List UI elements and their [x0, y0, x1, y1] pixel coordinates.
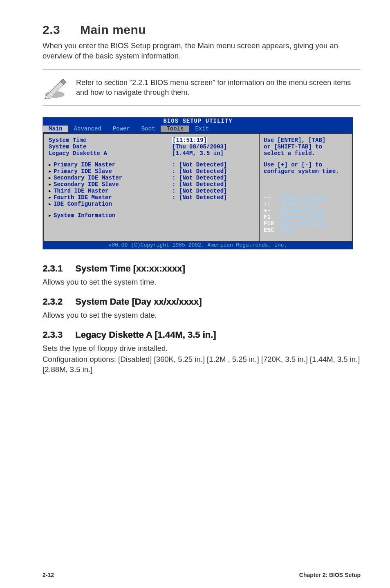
note-pencil-icon: [43, 76, 69, 99]
bios-left-pane: System Time [11:51:19] System Date [Thu …: [43, 133, 259, 242]
bios-label: System Date: [49, 144, 172, 150]
bios-field-primary-ide-slave[interactable]: ▶ Primary IDE Slave : [Not Detected]: [49, 168, 254, 175]
submenu-arrow-icon: ▶: [49, 169, 51, 174]
sub-title: System Date [Day xx/xx/xxxx]: [75, 296, 202, 307]
bios-tab-main[interactable]: Main: [43, 126, 68, 132]
bios-label: IDE Configuration: [54, 201, 254, 207]
key-row: F10Save and Exit: [264, 220, 348, 227]
bios-value: : [Not Detected]: [172, 188, 254, 194]
key-desc: Select Screen: [281, 194, 325, 201]
sub-title: System Time [xx:xx:xxxx]: [75, 263, 185, 274]
sub-text-line1: Sets the type of floppy drive installed.: [43, 343, 361, 354]
bios-field-system-information[interactable]: ▶ System Information: [49, 212, 254, 219]
key: ↑↓: [264, 201, 281, 207]
bios-value: : [Not Detected]: [172, 194, 254, 201]
key-row: ESCExit: [264, 227, 348, 233]
bios-value: [11:51:19]: [172, 137, 207, 144]
bios-field-legacy-a[interactable]: Legacy Diskette A [1.44M, 3.5 in]: [49, 150, 254, 157]
submenu-arrow-icon: ▶: [49, 182, 51, 187]
page: 2.3Main menu When you enter the BIOS Set…: [0, 0, 390, 588]
submenu-arrow-icon: ▶: [49, 195, 51, 200]
key-row: +-Change Option: [264, 207, 348, 214]
page-footer: 2-12 Chapter 2: BIOS Setup: [43, 569, 361, 578]
section-title: Main menu: [80, 23, 146, 36]
submenu-arrow-icon: ▶: [49, 162, 51, 167]
bios-help-pane: Use [ENTER], [TAB] or [SHIFT-TAB] to sel…: [259, 133, 353, 242]
bios-field-secondary-ide-master[interactable]: ▶ Secondary IDE Master : [Not Detected]: [49, 175, 254, 181]
submenu-arrow-icon: ▶: [49, 175, 51, 180]
bios-tab-exit[interactable]: Exit: [189, 126, 215, 132]
key-desc: Select Item: [281, 201, 318, 207]
bios-field-ide-configuration[interactable]: ▶ IDE Configuration: [49, 201, 254, 207]
help-line: Use [ENTER], [TAB]: [264, 137, 348, 144]
sub-number: 2.3.3: [43, 330, 75, 340]
bios-label: System Information: [54, 212, 254, 219]
bios-field-third-ide-master[interactable]: ▶ Third IDE Master : [Not Detected]: [49, 188, 254, 194]
key: F10: [264, 220, 281, 227]
bios-label: Primary IDE Master: [54, 162, 172, 168]
chapter-label: Chapter 2: BIOS Setup: [299, 572, 361, 578]
submenu-arrow-icon: ▶: [49, 213, 51, 218]
bios-title: BIOS SETUP UTILITY: [43, 117, 353, 125]
bios-tab-boot[interactable]: Boot: [136, 126, 161, 132]
help-line: select a field.: [264, 150, 348, 157]
bios-field-system-date[interactable]: System Date [Thu 08/05/2003]: [49, 144, 254, 150]
subsection-heading-232: 2.3.2System Date [Day xx/xx/xxxx]: [43, 296, 361, 307]
sub-number: 2.3.1: [43, 263, 75, 274]
key: +-: [264, 207, 281, 214]
bios-field-system-time[interactable]: System Time [11:51:19]: [49, 137, 254, 144]
key: ←→: [264, 194, 281, 201]
bios-tab-power[interactable]: Power: [107, 126, 136, 132]
sub-text: Allows you to set the system time.: [43, 277, 361, 287]
bios-label: Fourth IDE Master: [54, 194, 172, 201]
bios-label: System Time: [49, 137, 172, 144]
bios-tab-advanced[interactable]: Advanced: [68, 126, 107, 132]
key: ESC: [264, 227, 281, 233]
help-line: configure system time.: [264, 168, 348, 175]
bios-key-legend: ←→Select Screen ↑↓Select Item +-Change O…: [264, 194, 348, 233]
bios-label: Secondary IDE Slave: [54, 181, 172, 188]
bios-value: [Thu 08/05/2003]: [172, 144, 254, 150]
section-heading: 2.3Main menu: [43, 23, 361, 37]
sub-text-line2: Configuration options: [Disabled] [360K,…: [43, 355, 361, 375]
bios-help-text: Use [ENTER], [TAB] or [SHIFT-TAB] to sel…: [264, 137, 348, 175]
key-row: F1General Help: [264, 214, 348, 220]
page-number: 2-12: [43, 572, 54, 578]
bios-footer: v00.00 (C)Copyright 1985-2002, American …: [43, 242, 353, 249]
bios-body: System Time [11:51:19] System Date [Thu …: [43, 133, 353, 242]
bios-field-secondary-ide-slave[interactable]: ▶ Secondary IDE Slave : [Not Detected]: [49, 181, 254, 188]
bios-value: : [Not Detected]: [172, 162, 254, 168]
subsection-heading-231: 2.3.1System Time [xx:xx:xxxx]: [43, 263, 361, 274]
bios-label: Secondary IDE Master: [54, 175, 172, 181]
subsection-heading-233: 2.3.3Legacy Diskette A [1.44M, 3.5 in.]: [43, 330, 361, 340]
sub-number: 2.3.2: [43, 296, 75, 307]
bios-label: Primary IDE Slave: [54, 168, 172, 175]
bios-value: : [Not Detected]: [172, 168, 254, 175]
bios-value: [1.44M, 3.5 in]: [172, 150, 254, 157]
bios-value: : [Not Detected]: [172, 175, 254, 181]
bios-label: Third IDE Master: [54, 188, 172, 194]
note-box: Refer to section “2.2.1 BIOS menu screen…: [43, 70, 361, 105]
help-line: or [SHIFT-TAB] to: [264, 144, 348, 150]
sub-text: Allows you to set the system date.: [43, 310, 361, 321]
key-row: ←→Select Screen: [264, 194, 348, 201]
submenu-arrow-icon: ▶: [49, 202, 51, 206]
key-row: ↑↓Select Item: [264, 201, 348, 207]
note-text: Refer to section “2.2.1 BIOS menu screen…: [76, 78, 361, 98]
bios-label: Legacy Diskette A: [49, 150, 172, 157]
submenu-arrow-icon: ▶: [49, 189, 51, 193]
key: F1: [264, 214, 281, 220]
bios-field-fourth-ide-master[interactable]: ▶ Fourth IDE Master : [Not Detected]: [49, 194, 254, 201]
key-desc: Exit: [281, 227, 295, 233]
bios-tab-tools[interactable]: Tools: [161, 126, 189, 132]
section-number: 2.3: [43, 23, 80, 37]
bios-screen: BIOS SETUP UTILITY Main Advanced Power B…: [43, 117, 353, 249]
key-desc: General Help: [281, 214, 322, 220]
help-line: Use [+] or [-] to: [264, 162, 348, 168]
intro-paragraph: When you enter the BIOS Setup program, t…: [43, 41, 361, 61]
bios-field-primary-ide-master[interactable]: ▶ Primary IDE Master : [Not Detected]: [49, 162, 254, 168]
bios-menubar: Main Advanced Power Boot Tools Exit: [43, 125, 353, 133]
key-desc: Save and Exit: [281, 220, 325, 227]
bios-value: : [Not Detected]: [172, 181, 254, 188]
key-desc: Change Option: [281, 207, 325, 214]
